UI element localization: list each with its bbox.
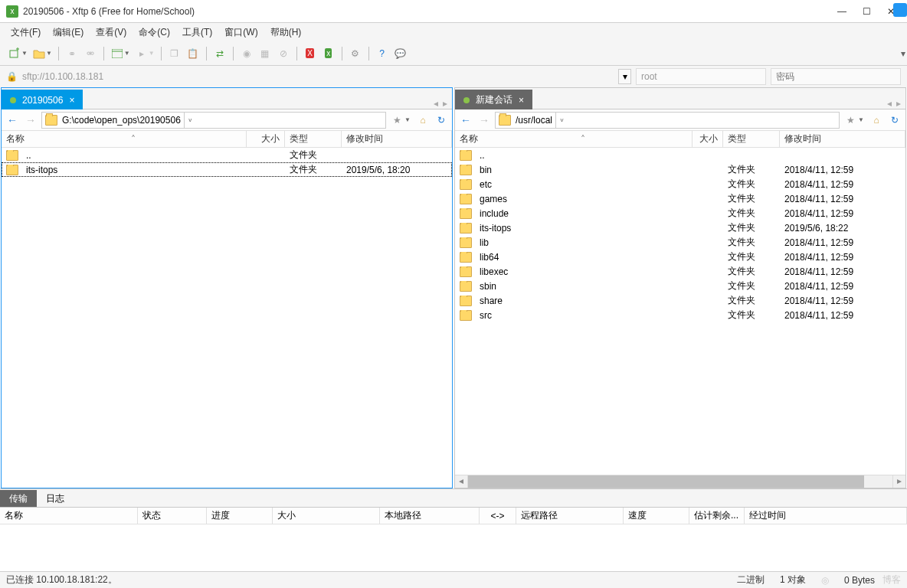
- bookmark-button[interactable]: ★: [389, 113, 404, 128]
- home-button[interactable]: ⌂: [869, 113, 884, 128]
- copy-button[interactable]: ❐: [166, 45, 183, 62]
- refresh-button[interactable]: ↻: [434, 113, 449, 128]
- close-tab-button[interactable]: ×: [519, 95, 524, 106]
- back-button[interactable]: ←: [458, 113, 473, 128]
- dropdown-icon[interactable]: ▼: [21, 50, 28, 57]
- window-button[interactable]: [109, 45, 126, 62]
- tab-transfer[interactable]: 传输: [0, 490, 37, 507]
- minimize-button[interactable]: —: [837, 6, 847, 17]
- col-size[interactable]: 大小: [273, 508, 380, 524]
- col-elapsed[interactable]: 经过时间: [745, 508, 907, 524]
- col-remote-path[interactable]: 远程路径: [516, 508, 624, 524]
- file-row[interactable]: libexec文件夹2018/4/11, 12:59: [455, 264, 905, 279]
- tab-prev-button[interactable]: ◂: [434, 98, 438, 109]
- local-file-list[interactable]: ..文件夹its-itops文件夹2019/5/6, 18:20: [2, 148, 452, 488]
- col-speed[interactable]: 速度: [624, 508, 689, 524]
- bookmark-button[interactable]: ★: [843, 113, 858, 128]
- dropdown-icon[interactable]: ▼: [404, 116, 411, 123]
- xshell-button[interactable]: X: [302, 45, 319, 62]
- dropdown-icon[interactable]: ▼: [46, 50, 52, 57]
- link-badge-icon[interactable]: [893, 3, 907, 17]
- horizontal-scrollbar[interactable]: ◂▸: [455, 475, 905, 488]
- db-button[interactable]: ◉: [238, 45, 255, 62]
- remote-path-box[interactable]: /usr/local v: [495, 112, 840, 129]
- dropdown-icon[interactable]: ▼: [149, 50, 155, 57]
- password-input[interactable]: [771, 68, 901, 85]
- refresh-button[interactable]: ↻: [887, 113, 902, 128]
- remote-file-list[interactable]: ..bin文件夹2018/4/11, 12:59etc文件夹2018/4/11,…: [455, 148, 905, 475]
- file-row[interactable]: share文件夹2018/4/11, 12:59: [455, 293, 905, 308]
- menu-command[interactable]: 命令(C): [134, 24, 175, 41]
- path-dropdown-button[interactable]: v: [555, 113, 568, 128]
- help-button[interactable]: ?: [374, 45, 391, 62]
- menu-edit[interactable]: 编辑(E): [48, 24, 88, 41]
- col-progress[interactable]: 进度: [207, 508, 273, 524]
- xftp-button[interactable]: x: [320, 45, 337, 62]
- file-row[interactable]: ..文件夹: [2, 148, 452, 162]
- address-url[interactable]: sftp://10.100.18.181: [22, 71, 103, 82]
- remote-tab[interactable]: 新建会话 ×: [455, 90, 532, 109]
- toolbar-overflow-icon[interactable]: ▾: [901, 48, 905, 59]
- file-name: bin: [480, 165, 492, 175]
- col-type[interactable]: 类型: [723, 131, 780, 147]
- file-row[interactable]: its-itops文件夹2019/5/6, 18:20: [2, 162, 452, 177]
- col-mtime[interactable]: 修改时间: [342, 131, 452, 147]
- svg-rect-1: [112, 49, 123, 58]
- back-button[interactable]: ←: [5, 113, 20, 128]
- col-size[interactable]: 大小: [693, 131, 723, 147]
- tab-log[interactable]: 日志: [37, 490, 74, 507]
- paste-button[interactable]: 📋: [185, 45, 201, 62]
- col-name[interactable]: 名称˄: [2, 131, 247, 147]
- col-name[interactable]: 名称˄: [455, 131, 693, 147]
- open-folder-button[interactable]: [31, 45, 47, 62]
- menu-help[interactable]: 帮助(H): [266, 24, 306, 41]
- local-path-box[interactable]: G:\code\open_ops\20190506 v: [41, 112, 386, 129]
- sync-button[interactable]: ⇄: [211, 45, 228, 62]
- maximize-button[interactable]: ☐: [861, 6, 872, 17]
- path-dropdown-button[interactable]: v: [184, 113, 196, 128]
- view-button[interactable]: ▦: [257, 45, 273, 62]
- file-row[interactable]: bin文件夹2018/4/11, 12:59: [455, 162, 905, 177]
- file-row[interactable]: etc文件夹2018/4/11, 12:59: [455, 177, 905, 191]
- dropdown-icon[interactable]: ▼: [858, 116, 864, 123]
- username-input[interactable]: [636, 68, 766, 85]
- tab-next-button[interactable]: ▸: [443, 98, 447, 109]
- file-row[interactable]: its-itops文件夹2019/5/6, 18:22: [455, 220, 905, 235]
- new-session-button[interactable]: [6, 45, 23, 62]
- file-row[interactable]: games文件夹2018/4/11, 12:59: [455, 191, 905, 206]
- settings-button[interactable]: ⚙: [347, 45, 364, 62]
- home-button[interactable]: ⌂: [415, 113, 431, 128]
- dropdown-icon[interactable]: ▼: [124, 50, 130, 57]
- col-type[interactable]: 类型: [285, 131, 342, 147]
- col-size[interactable]: 大小: [247, 131, 285, 147]
- tab-prev-button[interactable]: ◂: [887, 98, 892, 109]
- file-row[interactable]: lib64文件夹2018/4/11, 12:59: [455, 250, 905, 264]
- local-tab[interactable]: 20190506 ×: [2, 90, 83, 109]
- disconnect-button[interactable]: ⚮: [82, 45, 99, 62]
- file-row[interactable]: src文件夹2018/4/11, 12:59: [455, 308, 905, 322]
- forward-button[interactable]: →: [476, 113, 492, 128]
- menu-file[interactable]: 文件(F): [6, 24, 45, 41]
- comment-button[interactable]: 💬: [392, 45, 409, 62]
- menu-tools[interactable]: 工具(T): [178, 24, 217, 41]
- menu-window[interactable]: 窗口(W): [220, 24, 262, 41]
- col-arrow[interactable]: <->: [480, 508, 516, 524]
- col-name[interactable]: 名称: [0, 508, 138, 524]
- stop-button[interactable]: ⊘: [275, 45, 292, 62]
- link-button[interactable]: ⚭: [64, 45, 80, 62]
- tab-next-button[interactable]: ▸: [896, 98, 901, 109]
- file-row[interactable]: lib文件夹2018/4/11, 12:59: [455, 235, 905, 250]
- forward-button[interactable]: →: [23, 113, 38, 128]
- file-row[interactable]: include文件夹2018/4/11, 12:59: [455, 206, 905, 220]
- file-type: 文件夹: [723, 192, 780, 205]
- close-tab-button[interactable]: ×: [69, 95, 74, 106]
- file-row[interactable]: sbin文件夹2018/4/11, 12:59: [455, 279, 905, 293]
- col-eta[interactable]: 估计剩余...: [689, 508, 745, 524]
- file-row[interactable]: ..: [455, 148, 905, 162]
- col-mtime[interactable]: 修改时间: [780, 131, 905, 147]
- address-dropdown-button[interactable]: ▾: [618, 69, 631, 84]
- menu-view[interactable]: 查看(V): [91, 24, 131, 41]
- play-button[interactable]: ▸: [133, 45, 150, 62]
- col-status[interactable]: 状态: [138, 508, 207, 524]
- col-local-path[interactable]: 本地路径: [380, 508, 480, 524]
